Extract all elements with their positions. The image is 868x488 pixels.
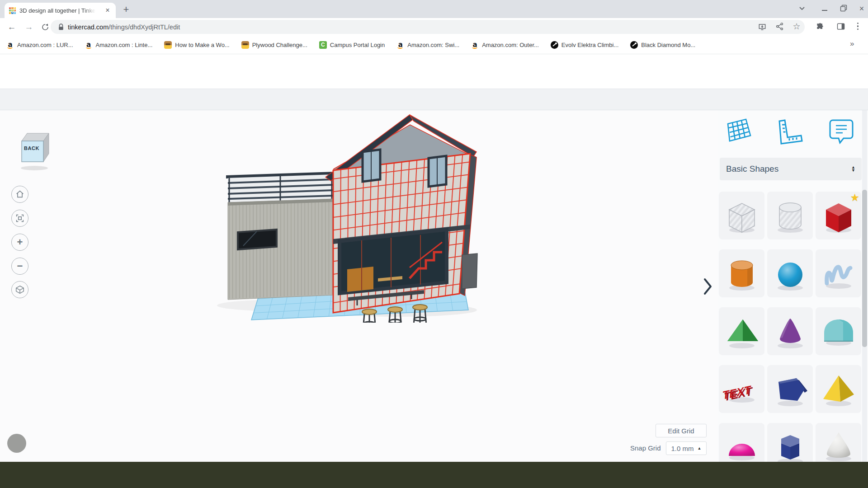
shapes-panel: Basic Shapes ▲▼ ★TEXTTEXT	[718, 110, 868, 462]
logo-tile: N	[14, 7, 16, 9]
install-icon[interactable]	[756, 20, 769, 32]
woodworking-favicon	[164, 41, 172, 49]
shape-roof[interactable]	[719, 307, 764, 355]
campus-portal-favicon: C	[319, 41, 327, 49]
url-omnibox[interactable]: tinkercad.com/things/dhdXydjRtTL/edit	[51, 20, 805, 34]
bookmark-item[interactable]: aAmazon.com: Swi...	[396, 41, 459, 49]
workplane-tool-icon[interactable]	[723, 116, 752, 145]
shape-category-value: Basic Shapes	[726, 164, 851, 174]
shape-text[interactable]: TEXTTEXT	[719, 365, 764, 413]
snap-grid-value: 1.0 mm	[671, 445, 694, 452]
shape-pyramid[interactable]	[816, 365, 861, 413]
shape-round-roof[interactable]	[816, 307, 861, 355]
featured-star-icon: ★	[850, 192, 859, 204]
dropdown-up-arrow-icon: ▲	[698, 446, 702, 450]
bookmark-item[interactable]: aAmazon.com: Outer...	[471, 41, 539, 49]
bookmark-label: Amazon.com: Outer...	[482, 42, 539, 48]
panel-collapse-chevron-icon[interactable]	[703, 277, 713, 296]
zoom-in-button[interactable]: +	[11, 234, 28, 251]
model-container-building	[226, 172, 335, 300]
bookmark-item[interactable]: aAmazon.com : Linte...	[85, 41, 153, 49]
bookmark-star-icon[interactable]: ☆	[790, 20, 803, 32]
window-chevron-down-icon[interactable]	[797, 5, 807, 14]
bookmark-label: How to Make a Wo...	[175, 42, 229, 48]
shape-half-sphere[interactable]	[719, 423, 764, 462]
bookmark-label: Amazon.com: Swi...	[407, 42, 459, 48]
bookmarks-overflow-chevron[interactable]: »	[850, 39, 854, 48]
bookmark-item[interactable]: Evolv Elektra Climbi...	[551, 41, 618, 49]
climbing-brand-favicon	[630, 41, 638, 49]
bookmark-label: Black Diamond Mo...	[641, 42, 695, 48]
notes-tool-icon[interactable]	[828, 117, 857, 146]
window-restore-icon[interactable]	[838, 5, 849, 14]
browser-address-bar: ← → tinkercad.com/things/dhdXydjRtTL/edi…	[0, 18, 868, 36]
lock-icon	[58, 23, 64, 31]
editor-toolbar: Import Export Send To	[0, 89, 868, 110]
shape-scribble[interactable]	[816, 249, 861, 297]
select-arrows-icon: ▲▼	[851, 166, 855, 172]
logo-tile: K	[9, 9, 11, 11]
shape-category-select[interactable]: Basic Shapes ▲▼	[720, 158, 862, 180]
tab-close-icon[interactable]: ×	[103, 6, 112, 15]
logo-tile: I	[11, 7, 13, 9]
shape-paraboloid[interactable]	[816, 423, 861, 462]
url-text: tinkercad.com/things/dhdXydjRtTL/edit	[68, 23, 180, 31]
logo-tile: D	[14, 12, 16, 14]
forward-icon[interactable]: →	[23, 21, 35, 33]
shape-cylinder[interactable]	[719, 249, 764, 297]
bookmarks-items: aAmazon.com : LUR...aAmazon.com : Linte.…	[6, 41, 695, 49]
shape-cylinder-transparent[interactable]	[767, 192, 813, 239]
bookmark-label: Plywood Challenge...	[252, 42, 307, 48]
extensions-puzzle-icon[interactable]	[814, 20, 826, 32]
snap-grid-select[interactable]: 1.0 mm ▲	[666, 441, 707, 455]
tinkercad-header: TINKERCAD all together	[0, 54, 868, 89]
perspective-toggle-button[interactable]	[11, 281, 28, 298]
amazon-favicon: a	[471, 41, 479, 49]
window-close-icon[interactable]: ×	[856, 5, 867, 14]
reload-icon[interactable]	[39, 21, 52, 33]
shape-hexagonal-prism[interactable]	[767, 423, 813, 462]
woodworking-favicon	[241, 41, 249, 49]
bookmarks-bar: aAmazon.com : LUR...aAmazon.com : Linte.…	[0, 36, 868, 54]
edit-grid-button[interactable]: Edit Grid	[656, 424, 707, 437]
shape-cone[interactable]	[767, 307, 813, 355]
climbing-brand-favicon	[551, 41, 558, 49]
amazon-favicon: a	[396, 41, 404, 49]
logo-tile: A	[11, 12, 13, 14]
browser-tab-strip: TINKERCAD 3D design all together | Tinke…	[0, 0, 868, 18]
model-red-building	[326, 115, 477, 323]
3d-model	[212, 110, 502, 323]
shape-box-transparent[interactable]	[719, 192, 764, 239]
bookmark-item[interactable]: Plywood Challenge...	[241, 41, 307, 49]
view-cube-face-label: BACK	[21, 145, 42, 151]
share-icon[interactable]	[773, 20, 786, 32]
shape-sphere[interactable]	[767, 249, 813, 297]
bookmark-item[interactable]: How to Make a Wo...	[164, 41, 229, 49]
amazon-favicon: a	[85, 41, 93, 49]
panel-scrollbar-thumb[interactable]	[862, 190, 867, 347]
bookmark-item[interactable]: aAmazon.com : LUR...	[6, 41, 73, 49]
bookmark-item[interactable]: Black Diamond Mo...	[630, 41, 695, 49]
tab-title: 3D design all together | Tinkercad	[19, 7, 95, 14]
fit-view-button[interactable]	[11, 210, 28, 227]
window-minimize-icon[interactable]	[819, 5, 830, 14]
back-icon[interactable]: ←	[5, 21, 18, 33]
bookmark-label: Campus Portal Login	[330, 42, 385, 48]
logo-tile: C	[9, 12, 11, 14]
browser-menu-icon[interactable]	[856, 22, 859, 31]
browser-tab[interactable]: TINKERCAD 3D design all together | Tinke…	[5, 3, 116, 18]
zoom-out-button[interactable]: −	[11, 258, 28, 275]
logo-tile: T	[9, 7, 11, 9]
bookmark-label: Amazon.com : LUR...	[17, 42, 73, 48]
ruler-tool-icon[interactable]	[776, 119, 805, 148]
bookmark-item[interactable]: CCampus Portal Login	[319, 41, 385, 49]
floating-corner-button[interactable]	[7, 434, 26, 453]
new-tab-button[interactable]: +	[120, 4, 132, 15]
view-cube[interactable]	[17, 130, 53, 172]
logo-tile: E	[11, 9, 13, 11]
bookmark-label: Evolv Elektra Climbi...	[561, 42, 618, 48]
shape-box[interactable]: ★	[816, 192, 861, 239]
home-view-button[interactable]	[11, 186, 28, 203]
shape-polygon[interactable]	[767, 365, 813, 413]
side-panel-icon[interactable]	[835, 20, 847, 32]
